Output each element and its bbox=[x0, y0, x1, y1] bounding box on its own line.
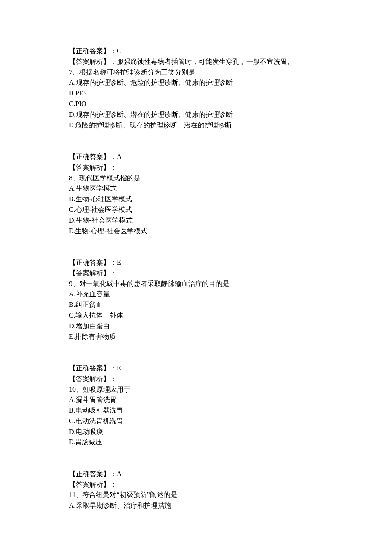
text-line: B.纠正贫血 bbox=[55, 300, 337, 310]
text-line: C.心理-社会医学模式 bbox=[55, 205, 337, 215]
text-line: D.电动吸痰 bbox=[55, 427, 337, 437]
blank-line bbox=[55, 247, 337, 257]
text-line: 【正确答案】：A bbox=[55, 152, 337, 162]
text-line: B.电动吸引器洗胃 bbox=[55, 405, 337, 416]
document-page: 【正确答案】：C【答案解析】：服强腐蚀性毒物者插管时，可能发生穿孔，一般不宜洗胃… bbox=[0, 0, 392, 555]
text-line: 11、符合纽曼对“初级预防”阐述的是 bbox=[55, 490, 337, 500]
text-line: A.补充血容量 bbox=[55, 289, 337, 300]
text-line: D.增加白蛋白 bbox=[55, 321, 337, 332]
text-line: D.生物-社会医学模式 bbox=[55, 215, 337, 226]
text-line: E.危险的护理诊断、现存的护理诊断、潜在的护理诊断 bbox=[55, 120, 337, 131]
text-line: C.输入抗体、补体 bbox=[55, 310, 337, 321]
text-line: A.漏斗胃管洗胃 bbox=[55, 395, 337, 405]
blank-line bbox=[55, 130, 337, 141]
text-line: 9、对一氧化碳中毒的患者采取静脉输血治疗的目的是 bbox=[55, 279, 337, 289]
blank-line bbox=[55, 353, 337, 363]
text-line: E.生物-心理-社会医学模式 bbox=[55, 226, 337, 237]
text-line: 【正确答案】：A bbox=[55, 469, 337, 480]
text-line: D.现存的护理诊断、潜在的护理诊断、健康的护理诊断 bbox=[55, 110, 337, 120]
text-line: 【答案解析】：服强腐蚀性毒物者插管时，可能发生穿孔，一般不宜洗胃。 bbox=[55, 57, 337, 67]
text-line: C.电动洗胃机洗胃 bbox=[55, 416, 337, 427]
text-line: 8、现代医学模式指的是 bbox=[55, 173, 337, 184]
text-line: A.采取早期诊断、治疗和护理措施 bbox=[55, 500, 337, 511]
text-line: B.PES bbox=[55, 88, 337, 99]
blank-line bbox=[55, 448, 337, 458]
text-line: 【答案解析】： bbox=[55, 374, 337, 384]
blank-line bbox=[55, 236, 337, 247]
text-line: 【正确答案】：E bbox=[55, 363, 337, 374]
text-line: A.生物医学模式 bbox=[55, 183, 337, 194]
text-line: 10、虹吸原理应用于 bbox=[55, 384, 337, 395]
text-line: B.生物-心理医学模式 bbox=[55, 194, 337, 205]
blank-line bbox=[55, 342, 337, 353]
text-line: 【答案解析】： bbox=[55, 480, 337, 490]
text-line: 【正确答案】：C bbox=[55, 46, 337, 57]
text-line: 【正确答案】：E bbox=[55, 257, 337, 268]
text-line: 【答案解析】： bbox=[55, 162, 337, 173]
text-line: E.胃肠减压 bbox=[55, 437, 337, 448]
text-line: E.排除有害物质 bbox=[55, 332, 337, 342]
blank-line bbox=[55, 458, 337, 469]
text-line: A.现存的护理诊断、危险的护理诊断、健康的护理诊断 bbox=[55, 78, 337, 88]
blank-line bbox=[55, 141, 337, 152]
text-line: 【答案解析】： bbox=[55, 268, 337, 279]
text-line: 7、根据名称可将护理诊断分为三类分别是 bbox=[55, 67, 337, 78]
text-line: C.PIO bbox=[55, 99, 337, 110]
